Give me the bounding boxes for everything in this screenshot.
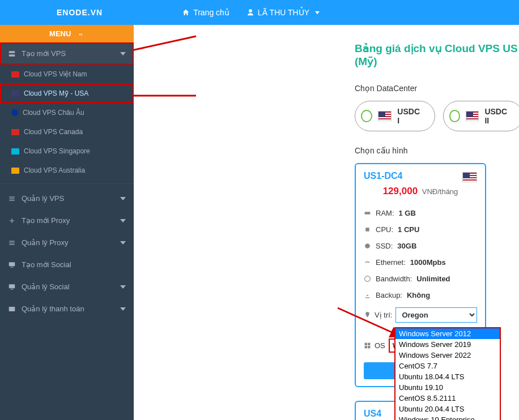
wifi-icon bbox=[364, 259, 371, 266]
os-option[interactable]: Windows Server 2019 bbox=[395, 339, 500, 350]
sidebar: MENU Tạo mới VPS Cloud VPS Việt Nam Clou… bbox=[0, 25, 134, 420]
svg-line-14 bbox=[134, 36, 196, 54]
server-icon bbox=[8, 50, 16, 58]
chevron-double-left-icon bbox=[76, 32, 84, 37]
spec-label: SSD: bbox=[376, 242, 393, 250]
sidebar-group-label: Quản lý Proxy bbox=[22, 238, 68, 247]
svg-rect-3 bbox=[9, 284, 15, 288]
svg-rect-5 bbox=[365, 212, 371, 214]
caret-down-icon bbox=[315, 11, 320, 14]
os-option[interactable]: Ubuntu 20.04.4 LTS bbox=[395, 404, 500, 414]
sidebar-item-vps-eu[interactable]: Cloud VPS Châu Âu bbox=[0, 103, 134, 122]
spec-value: 1 CPU bbox=[398, 225, 419, 234]
list-icon bbox=[8, 239, 16, 247]
sidebar-item-vps-us[interactable]: Cloud VPS Mỹ - USA bbox=[0, 84, 134, 103]
spec-bandwidth: Bandwidth: Unlimited bbox=[364, 271, 477, 287]
sidebar-group-create-social[interactable]: Tạo mới Social bbox=[0, 254, 134, 276]
page-title: Bảng giá dịch vụ Cloud VPS US (Mỹ) bbox=[355, 42, 519, 68]
chevron-down-icon bbox=[120, 307, 126, 311]
plan-price: 129,000 VNĐ/tháng bbox=[364, 186, 477, 197]
svg-rect-11 bbox=[365, 346, 367, 348]
menu-toggle-button[interactable]: MENU bbox=[0, 25, 134, 42]
svg-rect-0 bbox=[9, 51, 15, 53]
flag-vn-icon bbox=[11, 71, 19, 78]
monitor-icon bbox=[8, 283, 16, 291]
chevron-down-icon bbox=[120, 52, 126, 55]
sidebar-group-manage-proxy[interactable]: Quản lý Proxy bbox=[0, 232, 134, 254]
sidebar-item-label: Cloud VPS Mỹ - USA bbox=[24, 89, 88, 97]
dc-label: USDC I bbox=[397, 107, 422, 125]
os-option[interactable]: CentOS 7.7 bbox=[395, 361, 500, 371]
flag-au-icon bbox=[11, 168, 19, 174]
pin-icon bbox=[364, 311, 371, 319]
spec-label: RAM: bbox=[376, 209, 394, 217]
spec-location: Vị trí: Oregon bbox=[364, 303, 477, 327]
sidebar-item-vps-au[interactable]: Cloud VPS Australia bbox=[0, 161, 134, 180]
nav-user-dropdown[interactable]: LÃ THU THỦY bbox=[246, 8, 320, 17]
sidebar-group-create-vps[interactable]: Tạo mới VPS bbox=[0, 42, 134, 65]
config-label: Chọn cấu hình bbox=[355, 146, 519, 155]
cpu-icon bbox=[364, 226, 371, 233]
svg-rect-9 bbox=[365, 343, 367, 345]
sidebar-group-label: Quản lý thanh toán bbox=[22, 305, 84, 313]
radio-icon bbox=[449, 110, 461, 122]
spec-ssd: SSD: 30GB bbox=[364, 238, 477, 254]
disk-icon bbox=[364, 242, 371, 250]
os-dropdown-menu[interactable]: Windows Server 2012 Windows Server 2019 … bbox=[394, 327, 501, 420]
spec-label: OS bbox=[375, 341, 385, 350]
spec-label: Bandwidth: bbox=[376, 275, 412, 283]
sidebar-group-manage-vps[interactable]: Quản lý VPS bbox=[0, 187, 134, 209]
datacenter-label: Chọn DataCenter bbox=[355, 84, 519, 93]
flag-us-icon bbox=[11, 91, 19, 97]
location-select[interactable]: Oregon bbox=[395, 307, 477, 323]
os-option[interactable]: Ubuntu 18.04.4 LTS bbox=[395, 371, 500, 382]
plan-name: US1-DC4 bbox=[364, 171, 477, 181]
flag-us-icon bbox=[462, 172, 477, 182]
os-option[interactable]: Ubuntu 19.10 bbox=[395, 382, 500, 393]
sidebar-item-vps-ca[interactable]: Cloud VPS Canada bbox=[0, 122, 134, 142]
flag-ca-icon bbox=[11, 129, 19, 135]
annotation-arrow bbox=[134, 31, 202, 59]
main-content: Bảng giá dịch vụ Cloud VPS US (Mỹ) Chọn … bbox=[134, 25, 519, 420]
sidebar-item-label: Cloud VPS Australia bbox=[24, 166, 85, 174]
spec-value: Không bbox=[407, 291, 430, 299]
list-icon bbox=[8, 195, 16, 203]
annotation-arrow bbox=[134, 82, 202, 110]
os-option[interactable]: Windows Server 2022 bbox=[395, 350, 500, 361]
spec-value: 1 GB bbox=[399, 209, 416, 217]
datacenter-option-2[interactable]: USDC II bbox=[443, 101, 519, 131]
user-icon bbox=[246, 8, 254, 16]
dc-label: USDC II bbox=[484, 107, 510, 125]
globe-icon bbox=[364, 275, 371, 282]
sidebar-item-label: Cloud VPS Canada bbox=[24, 128, 83, 136]
menu-label: MENU bbox=[49, 29, 71, 38]
spec-cpu: CPU: 1 CPU bbox=[364, 221, 477, 238]
brand-logo: ENODE.VN bbox=[57, 8, 103, 17]
ram-icon bbox=[364, 209, 371, 217]
svg-rect-10 bbox=[368, 343, 370, 345]
sidebar-group-manage-payment[interactable]: Quản lý thanh toán bbox=[0, 298, 134, 320]
svg-rect-6 bbox=[365, 228, 369, 232]
spec-label: Ethernet: bbox=[376, 258, 406, 267]
sidebar-item-label: Cloud VPS Singapore bbox=[24, 147, 90, 155]
flag-us-icon bbox=[466, 111, 479, 121]
sidebar-item-vps-sg[interactable]: Cloud VPS Singapore bbox=[0, 142, 134, 161]
datacenter-option-1[interactable]: USDC I bbox=[355, 101, 435, 131]
os-option[interactable]: CentOS 8.5.2111 bbox=[395, 393, 500, 404]
chevron-down-icon bbox=[120, 241, 126, 245]
spec-label: Backup: bbox=[376, 291, 402, 299]
monitor-icon bbox=[8, 261, 16, 269]
sidebar-item-vps-vn[interactable]: Cloud VPS Việt Nam bbox=[0, 65, 134, 84]
sidebar-group-create-proxy[interactable]: Tạo mới Proxy bbox=[0, 209, 134, 232]
sidebar-group-label: Quản lý VPS bbox=[22, 194, 64, 203]
nav-user-label: LÃ THU THỦY bbox=[258, 8, 309, 17]
sidebar-group-label: Quản lý Social bbox=[22, 282, 70, 291]
nav-home[interactable]: Trang chủ bbox=[182, 8, 229, 17]
sidebar-item-label: Cloud VPS Châu Âu bbox=[23, 109, 84, 117]
sidebar-group-manage-social[interactable]: Quản lý Social bbox=[0, 276, 134, 298]
spec-value: 1000Mpbs bbox=[410, 258, 446, 267]
os-option[interactable]: Windows 10 Enterprise bbox=[395, 414, 500, 420]
nav-home-label: Trang chủ bbox=[193, 8, 229, 17]
chevron-down-icon bbox=[120, 285, 126, 289]
os-option[interactable]: Windows Server 2012 bbox=[395, 328, 500, 339]
